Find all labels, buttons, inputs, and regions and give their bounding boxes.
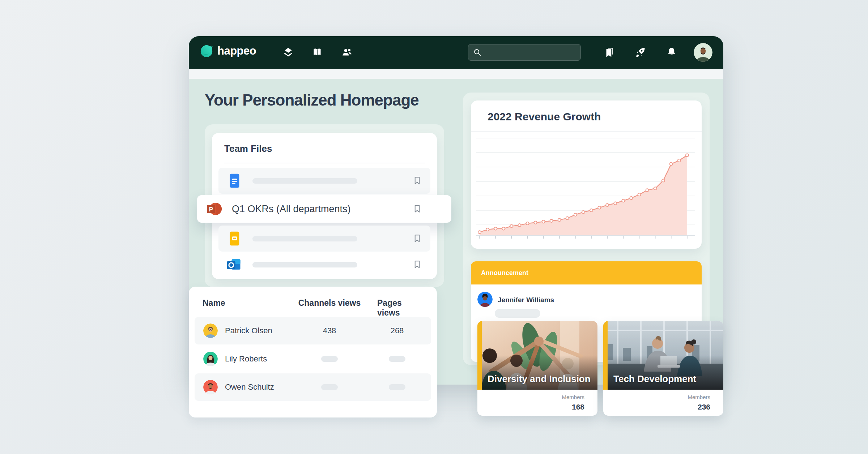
brand-logo[interactable]: happeo bbox=[200, 44, 256, 58]
placeholder-bar bbox=[252, 262, 357, 267]
user-avatar[interactable] bbox=[694, 43, 712, 62]
file-row-google-doc[interactable] bbox=[218, 168, 430, 194]
placeholder-value bbox=[389, 356, 405, 362]
page-title: Your Personalized Homepage bbox=[205, 91, 419, 109]
revenue-chart-card: 2022 Revenue Growth bbox=[471, 100, 702, 249]
community-title: Diversity and Inclusion bbox=[488, 373, 591, 385]
search-icon bbox=[473, 48, 482, 57]
announcement-label: Announcement bbox=[481, 269, 528, 277]
book-icon[interactable] bbox=[311, 46, 323, 59]
rocket-icon[interactable] bbox=[634, 46, 647, 59]
placeholder-value bbox=[321, 356, 338, 362]
search-input[interactable] bbox=[485, 48, 576, 56]
layers-icon[interactable] bbox=[282, 46, 294, 59]
analytics-table-card: Name Channels views Pages views Patrick … bbox=[189, 287, 437, 417]
community-photo: Diversity and Inclusion bbox=[477, 321, 597, 390]
file-row-q1-okrs[interactable]: P Q1 OKRs (All departments) bbox=[197, 195, 451, 223]
google-slide-icon bbox=[226, 231, 242, 248]
bookmark-outline-icon[interactable] bbox=[412, 234, 422, 245]
divider bbox=[471, 131, 702, 132]
file-row-outlook[interactable] bbox=[218, 253, 430, 276]
person-name: Lily Roberts bbox=[225, 345, 267, 373]
bookmark-outline-icon[interactable] bbox=[412, 176, 422, 187]
community-title: Tech Development bbox=[613, 373, 696, 385]
bookmarks-icon[interactable] bbox=[603, 46, 616, 59]
team-files-title: Team Files bbox=[224, 143, 272, 154]
avatar-patrick-olsen bbox=[203, 324, 218, 338]
team-files-card: Team Files P Q1 OKRs (All departments) bbox=[212, 133, 437, 279]
pages-views-value: 268 bbox=[391, 317, 404, 344]
file-row-google-slide[interactable] bbox=[218, 226, 430, 252]
community-photo: Tech Development bbox=[603, 321, 723, 390]
happeo-logo-icon bbox=[200, 44, 213, 58]
avatar-jennifer-williams bbox=[477, 292, 493, 307]
brand-name: happeo bbox=[217, 44, 256, 57]
members-label: Members bbox=[688, 394, 710, 400]
placeholder-bar bbox=[252, 178, 357, 184]
file-name: Q1 OKRs (All departments) bbox=[232, 195, 351, 223]
column-header-name: Name bbox=[203, 298, 225, 308]
avatar-owen-schultz bbox=[203, 380, 218, 394]
placeholder-value bbox=[321, 384, 338, 390]
announcement-author: Jennifer Williams bbox=[498, 296, 554, 304]
community-accent-stripe bbox=[603, 321, 608, 390]
sub-navbar-strip bbox=[189, 69, 723, 79]
people-icon[interactable] bbox=[341, 46, 353, 59]
column-header-channels-views: Channels views bbox=[298, 298, 361, 308]
svg-text:P: P bbox=[209, 206, 213, 213]
page-background: happeo bbox=[0, 0, 868, 454]
column-header-pages-views: Pages views bbox=[377, 298, 417, 318]
bell-icon[interactable] bbox=[665, 46, 678, 59]
community-card-diversity-and-inclusion[interactable]: Diversity and Inclusion Members 168 bbox=[477, 321, 597, 416]
chart-title: 2022 Revenue Growth bbox=[488, 111, 601, 123]
person-name: Patrick Olsen bbox=[225, 317, 272, 344]
members-label: Members bbox=[562, 394, 584, 400]
powerpoint-icon: P bbox=[206, 200, 223, 219]
revenue-area-chart bbox=[476, 135, 695, 244]
placeholder-value bbox=[389, 384, 405, 390]
bookmark-outline-icon[interactable] bbox=[412, 260, 422, 271]
members-count: 236 bbox=[698, 403, 710, 411]
top-navbar: happeo bbox=[189, 36, 723, 69]
outlook-icon bbox=[226, 257, 242, 274]
channels-views-value: 438 bbox=[323, 317, 336, 344]
bookmark-outline-icon[interactable] bbox=[412, 204, 422, 215]
search-bar bbox=[468, 44, 581, 61]
table-row-owen-schultz[interactable]: Owen Schultz bbox=[195, 373, 431, 401]
table-row-lily-roberts[interactable]: Lily Roberts bbox=[195, 345, 431, 373]
members-count: 168 bbox=[572, 403, 584, 411]
table-row-patrick-olsen[interactable]: Patrick Olsen 438 268 bbox=[195, 317, 431, 344]
divider bbox=[224, 163, 425, 163]
placeholder-bar bbox=[495, 309, 540, 318]
community-accent-stripe bbox=[477, 321, 482, 390]
person-name: Owen Schultz bbox=[225, 373, 274, 401]
google-doc-icon bbox=[226, 173, 242, 190]
community-card-tech-development[interactable]: Tech Development Members 236 bbox=[603, 321, 723, 416]
announcement-header: Announcement bbox=[471, 261, 702, 284]
avatar-lily-roberts bbox=[203, 352, 218, 366]
placeholder-bar bbox=[252, 236, 357, 241]
